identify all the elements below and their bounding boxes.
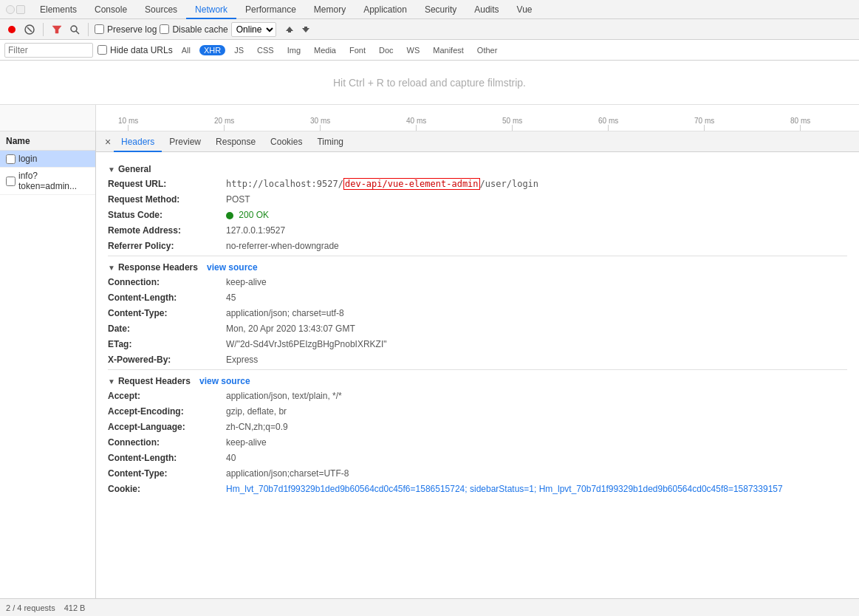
filter-ws[interactable]: WS (403, 45, 425, 55)
close-detail-button[interactable]: × (102, 136, 114, 148)
filter-input[interactable] (4, 43, 93, 58)
general-arrow: ▼ (108, 165, 115, 174)
resp-xpowered-value: Express (226, 353, 258, 366)
status-code-value: 200 OK (226, 208, 269, 222)
tab-elements[interactable]: Elements (31, 0, 86, 19)
filmstrip-area: Hit Ctrl + R to reload and capture films… (0, 61, 859, 105)
req-accept-value: application/json, text/plain, */* (226, 389, 342, 403)
filter-doc[interactable]: Doc (374, 45, 398, 55)
request-checkbox-info[interactable] (6, 177, 16, 186)
hide-data-urls-label[interactable]: Hide data URLs (97, 45, 173, 55)
upload-button[interactable] (282, 22, 297, 37)
request-headers-section-header[interactable]: ▼ Request Headers view source (108, 376, 847, 386)
resp-date-value: Mon, 20 Apr 2020 13:43:07 GMT (226, 322, 355, 335)
filter-xhr[interactable]: XHR (199, 45, 225, 55)
remote-address-row: Remote Address: 127.0.0.1:9527 (108, 224, 847, 237)
detail-tab-preview[interactable]: Preview (162, 131, 208, 152)
request-item-info[interactable]: info?token=admin... (0, 168, 95, 195)
request-item-login[interactable]: login (0, 151, 95, 168)
tab-audits[interactable]: Audits (465, 0, 507, 19)
resp-content-length-value: 45 (226, 291, 236, 304)
filter-icon[interactable] (49, 22, 64, 37)
general-label: General (118, 164, 151, 174)
tab-security[interactable]: Security (416, 0, 465, 19)
svg-rect-7 (288, 31, 291, 32)
download-button[interactable] (298, 22, 313, 37)
req-accept-language-row: Accept-Language: zh-CN,zh;q=0.9 (108, 420, 847, 434)
request-headers-view-source[interactable]: view source (199, 376, 250, 386)
resp-content-type-row: Content-Type: application/json; charset=… (108, 307, 847, 320)
req-accept-key: Accept: (108, 389, 226, 403)
detail-tab-cookies[interactable]: Cookies (263, 131, 309, 152)
clear-button[interactable] (22, 22, 37, 37)
tab-vue[interactable]: Vue (508, 0, 541, 19)
headers-content: ▼ General Request URL: http://localhost:… (96, 152, 859, 504)
response-headers-view-source[interactable]: view source (207, 262, 258, 273)
status-ok-dot (226, 212, 233, 219)
req-content-type-row: Content-Type: application/json;charset=U… (108, 467, 847, 480)
search-button[interactable] (67, 22, 82, 37)
divider-response (108, 369, 847, 370)
hide-data-urls-checkbox[interactable] (97, 45, 107, 55)
divider-2 (88, 23, 89, 36)
throttle-select[interactable]: Online (231, 22, 276, 37)
req-accept-language-value: zh-CN,zh;q=0.9 (226, 420, 288, 434)
tick-70ms: 70 ms (694, 117, 714, 131)
divider-1 (43, 23, 44, 36)
timeline-ruler: 10 ms 20 ms 30 ms 40 ms 50 ms 60 ms 70 m… (0, 105, 859, 131)
request-headers-label: Request Headers (118, 376, 191, 386)
filter-manifest[interactable]: Manifest (428, 45, 468, 55)
resp-date-key: Date: (108, 322, 226, 335)
preserve-log-checkbox[interactable] (95, 24, 104, 34)
response-headers-arrow: ▼ (108, 264, 115, 272)
req-content-length-value: 40 (226, 451, 236, 465)
detail-tab-response[interactable]: Response (208, 131, 263, 152)
svg-marker-3 (52, 26, 61, 33)
tab-memory[interactable]: Memory (305, 0, 355, 19)
tab-sources[interactable]: Sources (136, 0, 186, 19)
req-cookie-row: Cookie: Hm_lvt_70b7d1f99329b1ded9b60564c… (108, 482, 847, 496)
disable-cache-label[interactable]: Disable cache (160, 24, 227, 35)
record-button[interactable] (4, 22, 19, 37)
request-url-value: http://localhost:9527/dev-api/vue-elemen… (226, 177, 538, 191)
req-cookie-value: Hm_lvt_70b7d1f99329b1ded9b60564cd0c45f6=… (226, 482, 783, 496)
resp-xpowered-key: X-Powered-By: (108, 353, 226, 366)
tab-performance[interactable]: Performance (236, 0, 305, 19)
response-headers-section-header[interactable]: ▼ Response Headers view source (108, 262, 847, 273)
tick-50ms: 50 ms (502, 117, 522, 131)
tab-console[interactable]: Console (86, 0, 136, 19)
filter-img[interactable]: Img (283, 45, 305, 55)
filter-other[interactable]: Other (473, 45, 502, 55)
request-method-key: Request Method: (108, 193, 226, 206)
detail-tab-headers[interactable]: Headers (114, 131, 162, 152)
req-accept-encoding-key: Accept-Encoding: (108, 405, 226, 418)
req-connection-key: Connection: (108, 436, 226, 449)
resp-connection-row: Connection: keep-alive (108, 276, 847, 289)
req-accept-encoding-value: gzip, deflate, br (226, 405, 287, 418)
request-checkbox-login[interactable] (6, 154, 16, 164)
svg-line-5 (76, 31, 79, 34)
url-suffix: /user/login (480, 179, 538, 189)
tick-60ms: 60 ms (598, 117, 618, 131)
req-content-length-key: Content-Length: (108, 451, 226, 465)
tab-network[interactable]: Network (186, 0, 236, 19)
referrer-policy-value: no-referrer-when-downgrade (226, 239, 339, 253)
svg-marker-8 (302, 28, 309, 32)
filter-css[interactable]: CSS (253, 45, 278, 55)
filter-all[interactable]: All (177, 45, 195, 55)
filter-font[interactable]: Font (345, 45, 370, 55)
resp-content-length-row: Content-Length: 45 (108, 291, 847, 304)
svg-rect-9 (304, 27, 307, 28)
general-section-header[interactable]: ▼ General (108, 164, 847, 174)
resp-content-type-value: application/json; charset=utf-8 (226, 307, 344, 320)
devtools-icon-2[interactable] (16, 5, 25, 14)
filmstrip-message: Hit Ctrl + R to reload and capture films… (333, 77, 526, 89)
devtools-icon-1[interactable] (6, 5, 15, 14)
detail-tab-timing[interactable]: Timing (309, 131, 351, 152)
request-list: Name login info?token=admin... (0, 131, 96, 598)
filter-js[interactable]: JS (230, 45, 248, 55)
preserve-log-label[interactable]: Preserve log (95, 24, 157, 35)
disable-cache-checkbox[interactable] (160, 24, 169, 34)
filter-media[interactable]: Media (309, 45, 340, 55)
tab-application[interactable]: Application (355, 0, 416, 19)
